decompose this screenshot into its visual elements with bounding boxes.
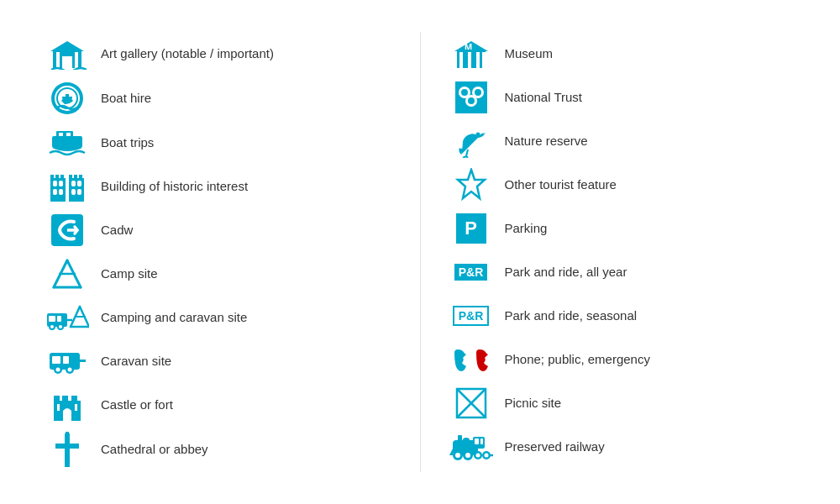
caravan-site-label: Caravan site	[101, 353, 403, 370]
svg-rect-22	[59, 189, 63, 195]
svg-rect-16	[69, 178, 84, 202]
list-item: P&R Park and ride, all year	[438, 250, 807, 294]
list-item: Cadw	[34, 208, 403, 252]
svg-rect-5	[53, 50, 81, 52]
cadw-label: Cadw	[101, 222, 403, 239]
par-outline-box: P&R	[453, 306, 490, 326]
svg-rect-54	[80, 360, 86, 362]
svg-rect-24	[77, 189, 81, 195]
svg-rect-60	[54, 396, 60, 402]
list-item: Other tourist feature	[438, 163, 807, 207]
svg-point-100	[465, 453, 470, 458]
tourist-feature-icon	[438, 168, 505, 202]
svg-rect-27	[60, 175, 64, 179]
camp-site-icon	[34, 257, 101, 291]
svg-rect-10	[62, 97, 72, 99]
main-container: Art gallery (notable / important)	[0, 0, 840, 504]
left-column: Art gallery (notable / important)	[34, 32, 403, 472]
caravan-site-icon	[34, 346, 101, 376]
list-item: Boat hire	[34, 76, 403, 121]
svg-rect-40	[49, 316, 55, 322]
list-item: Castle or fort	[34, 383, 403, 427]
svg-rect-93	[475, 438, 479, 444]
svg-marker-87	[458, 170, 485, 198]
svg-rect-28	[69, 175, 72, 179]
park-ride-seasonal-label: Park and ride, seasonal	[505, 307, 807, 324]
svg-rect-17	[53, 181, 57, 186]
list-item: Cathedral or abbey	[34, 427, 403, 472]
park-ride-seasonal-icon: P&R	[438, 306, 505, 326]
svg-point-46	[59, 325, 62, 328]
list-item: Preserved railway	[438, 425, 807, 469]
svg-rect-26	[55, 175, 59, 179]
svg-point-82	[468, 97, 475, 104]
preserved-railway-icon	[438, 432, 505, 462]
svg-rect-19	[71, 181, 76, 186]
svg-rect-67	[66, 432, 69, 437]
cathedral-label: Cathedral or abbey	[101, 441, 403, 458]
nature-reserve-label: Nature reserve	[505, 133, 807, 150]
svg-rect-21	[53, 189, 57, 195]
boat-trips-label: Boat trips	[101, 134, 403, 151]
svg-point-56	[56, 368, 60, 372]
svg-rect-2	[62, 56, 72, 68]
svg-rect-71	[459, 51, 463, 68]
phone-icon	[438, 344, 505, 375]
svg-rect-53	[63, 356, 69, 364]
svg-line-84	[466, 150, 468, 156]
svg-point-102	[475, 454, 480, 458]
svg-rect-3	[56, 51, 60, 68]
svg-point-44	[50, 325, 54, 328]
park-ride-allyear-icon: P&R	[438, 264, 505, 281]
museum-icon: M	[438, 38, 505, 70]
svg-rect-95	[458, 435, 462, 442]
picnic-label: Picnic site	[505, 395, 807, 412]
svg-rect-64	[75, 404, 77, 411]
list-item: P Parking	[438, 207, 807, 250]
svg-rect-94	[480, 438, 483, 444]
list-item: Building of historic interest	[34, 165, 403, 208]
svg-rect-73	[476, 51, 480, 68]
svg-rect-74	[482, 51, 486, 68]
svg-rect-41	[57, 316, 61, 322]
art-gallery-label: Art gallery (notable / important)	[101, 45, 403, 62]
list-item: P&R Park and ride, seasonal	[438, 294, 807, 338]
svg-rect-62	[71, 396, 77, 402]
svg-point-81	[475, 89, 481, 96]
svg-rect-52	[52, 356, 60, 364]
svg-rect-14	[66, 133, 71, 136]
svg-rect-23	[71, 189, 76, 195]
svg-rect-25	[50, 175, 54, 179]
tourist-feature-label: Other tourist feature	[505, 176, 807, 193]
cadw-icon	[34, 213, 101, 247]
castle-label: Castle or fort	[101, 396, 403, 413]
historic-building-icon	[34, 171, 101, 202]
national-trust-label: National Trust	[505, 89, 807, 106]
list-item: Nature reserve	[438, 119, 807, 163]
parking-label: Parking	[505, 220, 807, 237]
svg-point-83	[475, 133, 480, 137]
svg-rect-4	[75, 51, 78, 68]
svg-point-58	[68, 368, 72, 372]
svg-rect-75	[457, 50, 486, 52]
svg-rect-63	[57, 404, 60, 411]
list-item: Caravan site	[34, 339, 403, 383]
svg-point-104	[484, 454, 488, 458]
castle-icon	[34, 389, 101, 421]
camping-caravan-label: Camping and caravan site	[101, 309, 403, 326]
svg-rect-29	[74, 175, 77, 179]
list-item: Art gallery (notable / important)	[34, 32, 403, 76]
svg-point-80	[461, 89, 468, 96]
art-gallery-icon	[34, 38, 101, 70]
svg-rect-61	[62, 396, 68, 402]
svg-rect-15	[50, 178, 66, 202]
camp-site-label: Camp site	[101, 265, 403, 282]
list-item: Camp site	[34, 252, 403, 296]
svg-rect-13	[59, 133, 63, 136]
svg-rect-72	[468, 51, 471, 68]
museum-label: Museum	[505, 45, 807, 62]
list-item: Camping and caravan site	[34, 296, 403, 339]
list-item: Phone; public, emergency	[438, 338, 807, 381]
park-ride-allyear-label: Park and ride, all year	[505, 264, 807, 281]
boat-hire-label: Boat hire	[101, 90, 403, 107]
